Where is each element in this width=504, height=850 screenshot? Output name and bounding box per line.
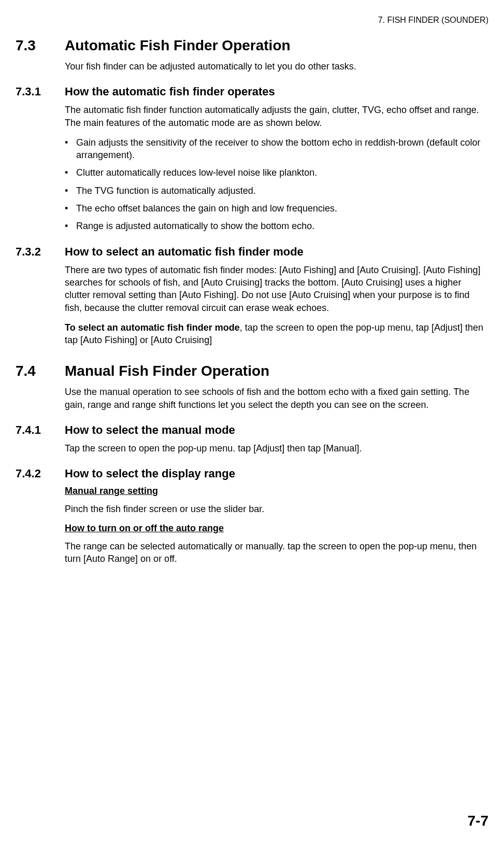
section-number: 7.4 — [16, 363, 65, 379]
subsection-heading: 7.4.2 How to select the display range — [16, 467, 488, 480]
subsection-heading: 7.4.1 How to select the manual mode — [16, 423, 488, 437]
list-item: Gain adjusts the sensitivity of the rece… — [65, 136, 488, 162]
body-text: The range can be selected automatically … — [65, 540, 488, 565]
body-text: Tap the screen to open the pop-up menu. … — [65, 442, 488, 455]
subsection-title: How to select an automatic fish finder m… — [65, 245, 304, 259]
page-number: 7-7 — [468, 813, 488, 829]
subsection-heading: 7.3.1 How the automatic fish finder oper… — [16, 85, 488, 98]
section-7-4: 7.4 Manual Fish Finder Operation Use the… — [16, 363, 488, 565]
section-heading: 7.4 Manual Fish Finder Operation — [16, 363, 488, 379]
body-text: Pinch the fish finder screen or use the … — [65, 503, 488, 515]
bullet-list: Gain adjusts the sensitivity of the rece… — [65, 136, 488, 233]
subsection-number: 7.4.2 — [16, 467, 65, 480]
subsection-title: How to select the display range — [65, 467, 235, 480]
section-7-3: 7.3 Automatic Fish Finder Operation Your… — [16, 37, 488, 346]
list-item: Clutter automatically reduces low-level … — [65, 166, 488, 179]
sub-heading: Manual range setting — [65, 486, 488, 497]
subsection-number: 7.3.1 — [16, 85, 65, 98]
subsection-number: 7.3.2 — [16, 245, 65, 259]
section-heading: 7.3 Automatic Fish Finder Operation — [16, 37, 488, 54]
subsection-number: 7.4.1 — [16, 423, 65, 437]
sub-heading: How to turn on or off the auto range — [65, 523, 488, 534]
page-content: 7. FISH FINDER (SOUNDER) 7.3 Automatic F… — [0, 0, 504, 565]
list-item: Range is adjusted automatically to show … — [65, 220, 488, 232]
list-item: The echo offset balances the gain on hig… — [65, 202, 488, 215]
bold-phrase: To select an automatic fish finder mode — [65, 322, 240, 333]
subsection-title: How to select the manual mode — [65, 423, 235, 437]
list-item: The TVG function is automatically adjust… — [65, 185, 488, 197]
subsection-heading: 7.3.2 How to select an automatic fish fi… — [16, 245, 488, 259]
section-title: Automatic Fish Finder Operation — [65, 37, 291, 54]
section-number: 7.3 — [16, 37, 65, 54]
section-title: Manual Fish Finder Operation — [65, 363, 269, 379]
section-intro: Use the manual operation to see schools … — [65, 386, 488, 411]
body-text: To select an automatic fish finder mode,… — [65, 321, 488, 347]
body-text: The automatic fish finder function autom… — [65, 104, 488, 129]
section-intro: Your fish finder can be adjusted automat… — [65, 60, 488, 73]
subsection-title: How the automatic fish finder operates — [65, 85, 275, 98]
body-text: There are two types of automatic fish fi… — [65, 264, 488, 314]
running-header: 7. FISH FINDER (SOUNDER) — [16, 16, 488, 25]
